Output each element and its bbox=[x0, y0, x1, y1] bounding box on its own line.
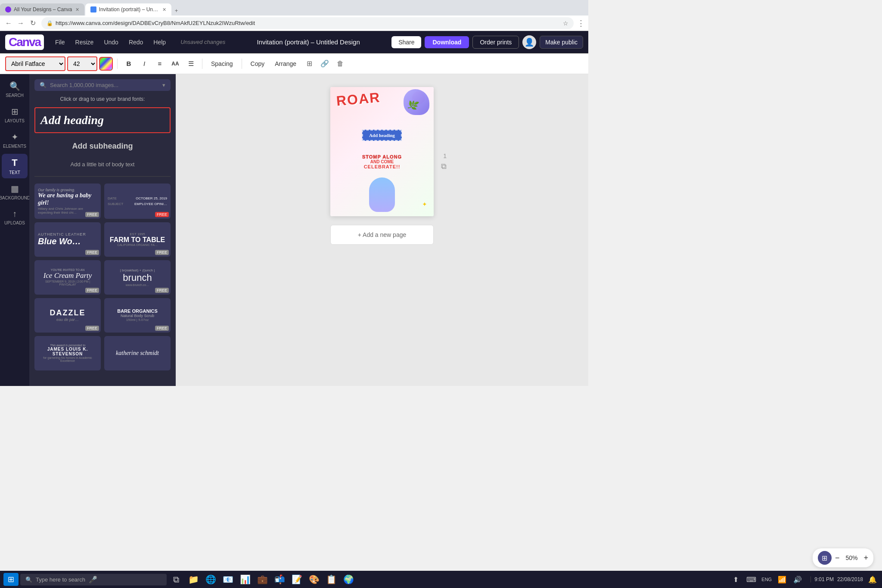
forward-button[interactable]: → bbox=[16, 18, 26, 28]
search-input[interactable] bbox=[50, 82, 159, 88]
add-heading-button[interactable]: Add heading bbox=[34, 107, 171, 133]
sidebar-item-search[interactable]: 🔍 SEARCH bbox=[2, 78, 28, 101]
combo-card-katherine[interactable]: katherine schmidt bbox=[104, 336, 171, 370]
text-size-button[interactable]: AA bbox=[168, 57, 182, 71]
combo-james-1: This award is presented to bbox=[38, 344, 97, 347]
url-bar[interactable]: 🔒 https://www.canva.com/design/DADBEvCry… bbox=[41, 17, 574, 29]
list-button[interactable]: ☰ bbox=[184, 57, 198, 71]
combo-card-leather[interactable]: AUTHENTIC LEATHER Blue Wo… FREE bbox=[34, 222, 101, 257]
combo-card-icecream[interactable]: YOU'RE INVITED TO AN Ice Cream Party SEP… bbox=[34, 260, 101, 295]
browser-menu-button[interactable]: ⋮ bbox=[577, 19, 585, 28]
sidebar-item-uploads[interactable]: ↑ UPLOADS bbox=[2, 205, 28, 229]
sidebar-item-elements[interactable]: ✦ ELEMENTS bbox=[2, 128, 28, 152]
tab-bar: All Your Designs – Canva × Invitation (p… bbox=[0, 0, 588, 16]
refresh-button[interactable]: ↻ bbox=[28, 18, 38, 28]
combo-farm-2: FARM TO TABLE bbox=[108, 236, 167, 244]
tab-all-designs[interactable]: All Your Designs – Canva × bbox=[0, 3, 84, 16]
avatar[interactable]: 👤 bbox=[522, 35, 536, 49]
arrange-button[interactable]: Arrange bbox=[270, 59, 301, 69]
url-text: https://www.canva.com/design/DADBEvCryB8… bbox=[56, 20, 560, 26]
combo-ice-2: Ice Cream Party bbox=[38, 271, 97, 280]
sidebar-item-layouts[interactable]: ⊞ LAYOUTS bbox=[2, 103, 28, 127]
combo-card-baby-girl[interactable]: Our family is growing. We are having a b… bbox=[34, 184, 101, 219]
combo-brunch-2: brunch bbox=[108, 272, 167, 283]
combo-subject-row: SUBJECTEmployee Opini… bbox=[108, 202, 167, 206]
menu-resize[interactable]: Resize bbox=[71, 37, 98, 47]
spacing-button[interactable]: Spacing bbox=[207, 59, 237, 69]
dropdown-arrow-icon[interactable]: ▾ bbox=[162, 82, 165, 88]
link-icon[interactable]: 🔗 bbox=[318, 57, 332, 71]
color-picker[interactable] bbox=[99, 57, 113, 71]
combo-org-2: Natural Body Scrub bbox=[108, 314, 167, 318]
heading-preview-text: Add heading bbox=[40, 113, 104, 127]
divider-3 bbox=[242, 59, 242, 69]
add-subheading-button[interactable]: Add subheading bbox=[34, 138, 171, 154]
align-button[interactable]: ≡ bbox=[153, 57, 167, 71]
sidebar: 🔍 SEARCH ⊞ LAYOUTS ✦ ELEMENTS T TEXT ▦ B… bbox=[0, 74, 29, 386]
grid-icon[interactable]: ⊞ bbox=[302, 57, 316, 71]
menu-file[interactable]: File bbox=[51, 37, 69, 47]
sidebar-item-search-label: SEARCH bbox=[6, 93, 24, 98]
menu-redo[interactable]: Redo bbox=[124, 37, 147, 47]
combo-james-2: JAMES LOUIS K. STEVENSON bbox=[38, 347, 97, 356]
text-panel: 🔍 ▾ Click or drag to use your brand font… bbox=[29, 74, 176, 386]
unsaved-label: Unsaved changes bbox=[180, 39, 225, 45]
copy-button[interactable]: Copy bbox=[246, 59, 269, 69]
panel-divider bbox=[34, 176, 171, 177]
layouts-icon: ⊞ bbox=[11, 106, 19, 117]
order-prints-button[interactable]: Order prints bbox=[472, 36, 519, 49]
combo-ice-1: YOU'RE INVITED TO AN bbox=[38, 268, 97, 271]
menu-bar: Canva File Resize Undo Redo Help Unsaved… bbox=[0, 31, 588, 53]
menu-items: File Resize Undo Redo Help bbox=[51, 37, 170, 47]
italic-button[interactable]: I bbox=[137, 57, 151, 71]
copy-page-button[interactable]: ⧉ bbox=[441, 162, 447, 171]
combo-card-organics[interactable]: BARE ORGANICS Natural Body Scrub 150ml |… bbox=[104, 298, 171, 333]
text-icon: T bbox=[12, 157, 17, 168]
body-preview-text: Add a little bit of body text bbox=[71, 161, 135, 168]
add-body-button[interactable]: Add a little bit of body text bbox=[34, 159, 171, 169]
tab-close-invite[interactable]: × bbox=[162, 6, 166, 13]
combo-card-brunch[interactable]: | br(eakfast) + (l)unch | brunch www.bru… bbox=[104, 260, 171, 295]
free-badge: FREE bbox=[85, 212, 99, 217]
subheading-preview-text: Add subheading bbox=[72, 142, 133, 150]
sidebar-item-background[interactable]: ▦ BACKGROUND bbox=[2, 180, 28, 204]
tab-all-designs-label: All Your Designs – Canva bbox=[14, 6, 72, 12]
combo-org-3: 150ml | 5.07oz bbox=[108, 318, 167, 322]
sidebar-item-text[interactable]: T TEXT bbox=[2, 154, 28, 178]
free-badge-date: FREE bbox=[155, 212, 169, 217]
menu-undo[interactable]: Undo bbox=[99, 37, 122, 47]
tab-invite[interactable]: Invitation (portrait) – Unt… × bbox=[85, 3, 171, 16]
stomp-text: STOMP ALONG AND COME CELEBRATE!! bbox=[362, 154, 402, 169]
make-public-button[interactable]: Make public bbox=[540, 36, 583, 49]
combo-card-dazzle[interactable]: DAZZLE eau de par… FREE bbox=[34, 298, 101, 333]
app: Canva File Resize Undo Redo Help Unsaved… bbox=[0, 31, 588, 386]
combo-text-2: We are having a baby girl! bbox=[38, 192, 97, 207]
search-box[interactable]: 🔍 ▾ bbox=[34, 79, 171, 91]
divider-1 bbox=[117, 59, 118, 69]
new-tab-button[interactable]: + bbox=[171, 5, 182, 16]
download-button[interactable]: Download bbox=[425, 36, 469, 48]
trash-icon[interactable]: 🗑 bbox=[333, 57, 347, 71]
bold-button[interactable]: B bbox=[122, 57, 136, 71]
design-title: Invitation (portrait) – Untitled Design bbox=[232, 38, 385, 46]
bookmark-icon[interactable]: ☆ bbox=[563, 20, 568, 27]
heading-text-element[interactable]: Add heading bbox=[362, 130, 402, 141]
font-selector[interactable]: Abril Fatface bbox=[5, 56, 65, 71]
back-button[interactable]: ← bbox=[3, 18, 14, 28]
page-number: 1 bbox=[443, 152, 447, 159]
combo-text-1: Our family is growing. bbox=[38, 188, 97, 192]
tab-close-all-designs[interactable]: × bbox=[75, 6, 79, 13]
canvas-page[interactable]: ROAR 🌿 Add heading STOMP ALONG AND COME … bbox=[330, 87, 434, 216]
add-page-button[interactable]: + Add a new page bbox=[330, 225, 434, 245]
font-size-selector[interactable]: 42 bbox=[67, 56, 97, 71]
combo-card-james[interactable]: This award is presented to JAMES LOUIS K… bbox=[34, 336, 101, 370]
favicon-invite bbox=[90, 6, 96, 12]
combo-card-date[interactable]: DATEOctober 25, 2019 SUBJECTEmployee Opi… bbox=[104, 184, 171, 219]
combo-date-row: DATEOctober 25, 2019 bbox=[108, 196, 167, 200]
combo-leather-2: Blue Wo… bbox=[38, 236, 97, 246]
canva-logo[interactable]: Canva bbox=[5, 34, 44, 50]
menu-help[interactable]: Help bbox=[149, 37, 170, 47]
combo-card-farm[interactable]: EST 1995 FARM TO TABLE CALIFORNIA ORGANI… bbox=[104, 222, 171, 257]
share-button[interactable]: Share bbox=[391, 36, 421, 48]
tab-invite-label: Invitation (portrait) – Unt… bbox=[99, 6, 159, 12]
